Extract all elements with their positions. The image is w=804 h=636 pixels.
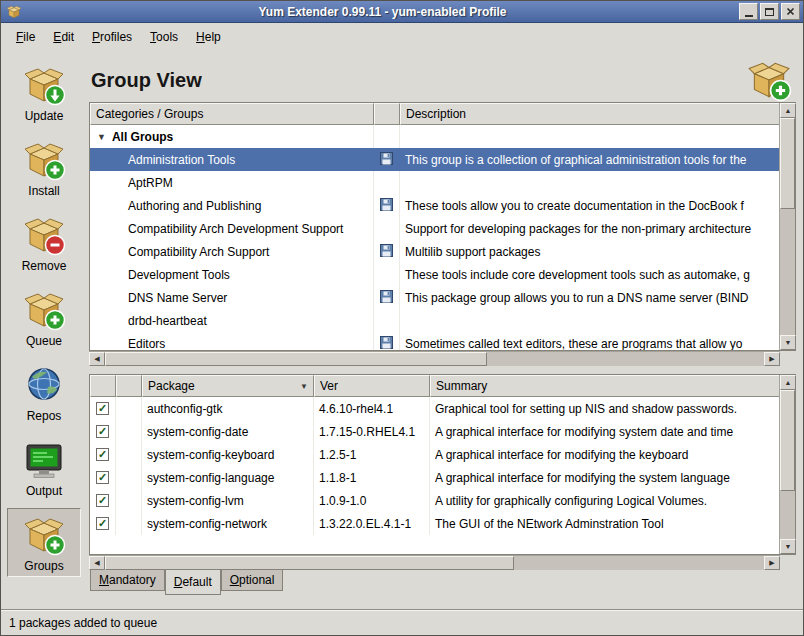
- scroll-left-button[interactable]: ◀: [89, 556, 105, 570]
- packages-hscrollbar[interactable]: ◀▶: [89, 555, 796, 570]
- vscrollbar-track[interactable]: [780, 118, 795, 335]
- hscrollbar[interactable]: ◀▶: [89, 555, 780, 570]
- tab-default[interactable]: Default: [165, 570, 221, 595]
- hscrollbar-track[interactable]: [105, 352, 764, 366]
- package-name: system-config-language: [142, 466, 314, 489]
- tab-mandatory[interactable]: Mandatory: [90, 570, 165, 591]
- installed-group-icon: [380, 244, 393, 260]
- scroll-up-button[interactable]: ▲: [780, 103, 796, 118]
- sidebar-item-update[interactable]: Update: [7, 58, 81, 127]
- column-header-status[interactable]: [116, 375, 142, 397]
- expander-icon[interactable]: ▼: [97, 132, 106, 142]
- package-version: 4.6.10-rhel4.1: [314, 397, 430, 420]
- maximize-button[interactable]: [760, 3, 779, 20]
- group-row-all-groups[interactable]: ▼All Groups: [90, 125, 779, 148]
- package-summary: A utility for graphically configuring Lo…: [430, 489, 779, 512]
- package-checkbox[interactable]: ✓: [96, 448, 109, 461]
- scroll-right-button[interactable]: ▶: [764, 352, 780, 366]
- scroll-down-button[interactable]: ▼: [780, 539, 796, 554]
- group-row[interactable]: EditorsSometimes called text editors, th…: [90, 332, 779, 350]
- sidebar-item-queue[interactable]: Queue: [7, 283, 81, 352]
- package-checkbox[interactable]: ✓: [96, 494, 109, 507]
- main-content: Group View Categories / GroupsDescriptio…: [87, 50, 803, 609]
- status-text: 1 packages added to queue: [9, 616, 157, 630]
- group-description: [400, 309, 779, 332]
- scroll-left-button[interactable]: ◀: [89, 352, 105, 366]
- menu-profiles[interactable]: Profiles: [83, 25, 141, 49]
- hscrollbar-track[interactable]: [105, 556, 764, 570]
- package-row[interactable]: ✓system-config-network1.3.22.0.EL.4.1-1T…: [90, 512, 779, 535]
- group-row[interactable]: DNS Name ServerThis package group allows…: [90, 286, 779, 309]
- groups-vscrollbar[interactable]: ▲▼: [779, 103, 795, 350]
- column-header-package[interactable]: Package▼: [142, 375, 314, 397]
- group-row[interactable]: Authoring and PublishingThese tools allo…: [90, 194, 779, 217]
- maximize-icon: [765, 8, 774, 16]
- hscrollbar[interactable]: ◀▶: [89, 351, 780, 366]
- group-description: These tools allow you to create document…: [400, 194, 779, 217]
- packages-vscrollbar[interactable]: ▲▼: [779, 375, 795, 554]
- scrollbar-corner: [780, 555, 796, 570]
- package-checkbox[interactable]: ✓: [96, 471, 109, 484]
- groups-icon: [22, 513, 66, 557]
- installed-group-icon: [380, 152, 393, 168]
- scroll-down-button[interactable]: ▼: [780, 335, 796, 350]
- package-checkbox[interactable]: ✓: [96, 517, 109, 530]
- close-button[interactable]: [781, 3, 800, 20]
- hscrollbar-thumb[interactable]: [105, 352, 487, 366]
- menu-help[interactable]: Help: [187, 25, 230, 49]
- sidebar-item-output[interactable]: Output: [7, 433, 81, 502]
- group-name: DNS Name Server: [90, 286, 374, 309]
- titlebar[interactable]: Yum Extender 0.99.11 - yum-enabled Profi…: [1, 1, 803, 23]
- queue-icon: [22, 288, 66, 332]
- package-row[interactable]: ✓system-config-language1.1.8-1A graphica…: [90, 466, 779, 489]
- sidebar-item-groups[interactable]: Groups: [7, 508, 81, 577]
- package-row[interactable]: ✓authconfig-gtk4.6.10-rhel4.1Graphical t…: [90, 397, 779, 420]
- package-type-tabs: MandatoryDefaultOptional: [89, 570, 796, 596]
- sidebar-item-install[interactable]: Install: [7, 133, 81, 202]
- remove-icon: [22, 213, 66, 257]
- package-row[interactable]: ✓system-config-lvm1.0.9-1.0A utility for…: [90, 489, 779, 512]
- group-row[interactable]: drbd-heartbeat: [90, 309, 779, 332]
- group-name: Compatibility Arch Support: [90, 240, 374, 263]
- group-name: Authoring and Publishing: [90, 194, 374, 217]
- hscrollbar-thumb[interactable]: [105, 556, 514, 570]
- menu-file[interactable]: File: [7, 25, 44, 49]
- vscrollbar-thumb[interactable]: [780, 390, 795, 491]
- package-row[interactable]: ✓system-config-keyboard1.2.5-1A graphica…: [90, 443, 779, 466]
- installed-group-icon: [380, 290, 393, 306]
- menu-tools[interactable]: Tools: [141, 25, 187, 49]
- group-name: Compatibility Arch Development Support: [90, 217, 374, 240]
- minimize-button[interactable]: [739, 3, 758, 20]
- scroll-right-button[interactable]: ▶: [764, 556, 780, 570]
- sidebar-item-repos[interactable]: Repos: [7, 358, 81, 427]
- package-row[interactable]: ✓system-config-date1.7.15-0.RHEL4.1A gra…: [90, 420, 779, 443]
- sidebar-item-remove[interactable]: Remove: [7, 208, 81, 277]
- sidebar-item-label: Output: [26, 484, 62, 498]
- group-description: Sometimes called text editors, these are…: [400, 332, 779, 350]
- page-title: Group View: [91, 69, 202, 92]
- package-checkbox[interactable]: ✓: [96, 402, 109, 415]
- column-header-check[interactable]: [90, 375, 116, 397]
- column-header-installed[interactable]: [374, 103, 400, 125]
- vscrollbar-track[interactable]: [780, 390, 795, 539]
- packages-table-header: Package▼VerSummary: [90, 375, 779, 397]
- tab-optional[interactable]: Optional: [221, 570, 284, 591]
- scroll-up-button[interactable]: ▲: [780, 375, 796, 390]
- window-icon: [6, 4, 22, 20]
- column-header-summary[interactable]: Summary: [430, 375, 779, 397]
- group-row[interactable]: Administration ToolsThis group is a coll…: [90, 148, 779, 171]
- group-row[interactable]: Compatibility Arch SupportMultilib suppo…: [90, 240, 779, 263]
- group-name: Administration Tools: [90, 148, 374, 171]
- column-header-description[interactable]: Description: [400, 103, 779, 125]
- vscrollbar-thumb[interactable]: [780, 118, 795, 209]
- group-row[interactable]: Development ToolsThese tools include cor…: [90, 263, 779, 286]
- groups-hscrollbar[interactable]: ◀▶: [89, 351, 796, 366]
- sort-arrow-icon[interactable]: ▼: [294, 382, 308, 391]
- package-checkbox[interactable]: ✓: [96, 425, 109, 438]
- menu-edit[interactable]: Edit: [44, 25, 83, 49]
- group-row[interactable]: AptRPM: [90, 171, 779, 194]
- group-row[interactable]: Compatibility Arch Development SupportSu…: [90, 217, 779, 240]
- column-header-ver[interactable]: Ver: [314, 375, 430, 397]
- column-header-categories[interactable]: Categories / Groups: [90, 103, 374, 125]
- installed-group-icon: [380, 198, 393, 214]
